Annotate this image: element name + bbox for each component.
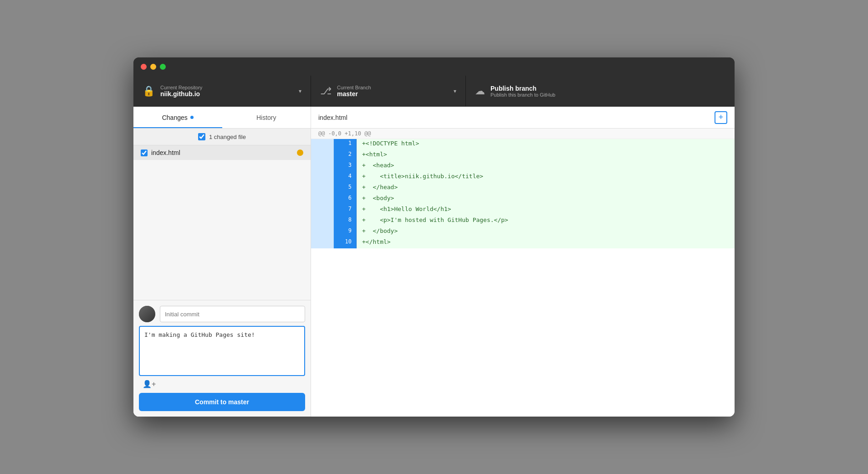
repo-chevron-icon: ▾ — [299, 88, 301, 94]
file-modified-badge — [297, 149, 303, 156]
current-branch-section[interactable]: ⎇ Current Branch master ▾ — [311, 76, 466, 106]
diff-line-num-new: 2 — [334, 150, 357, 161]
diff-line-num-new: 10 — [334, 237, 357, 248]
avatar — [139, 306, 155, 322]
diff-line-code: + <head> — [357, 161, 735, 172]
publish-text: Publish branch Publish this branch to Gi… — [490, 85, 725, 98]
main-content: Changes History 1 changed file index.htm… — [133, 107, 735, 417]
diff-line: 2+<html> — [311, 150, 735, 161]
app-window: 🔒 Current Repository niik.github.io ▾ ⎇ … — [133, 57, 735, 417]
diff-line-num-old — [311, 194, 334, 205]
tab-changes-label: Changes — [162, 114, 188, 121]
diff-line-num-old — [311, 172, 334, 183]
diff-line-num-old — [311, 237, 334, 248]
diff-line-code: +<!DOCTYPE html> — [357, 139, 735, 150]
diff-line-num-new: 8 — [334, 216, 357, 227]
diff-line-code: + </body> — [357, 227, 735, 237]
diff-line: 7+ <h1>Hello World</h1> — [311, 205, 735, 216]
diff-line-code: + <h1>Hello World</h1> — [357, 205, 735, 216]
diff-line-code: +</html> — [357, 237, 735, 248]
branch-text: Current Branch master — [337, 85, 448, 98]
diff-line-num-old — [311, 183, 334, 194]
diff-line-num-new: 5 — [334, 183, 357, 194]
diff-line-num-new: 3 — [334, 161, 357, 172]
diff-line: 3+ <head> — [311, 161, 735, 172]
repo-name: niik.github.io — [160, 90, 293, 98]
add-co-author-icon[interactable]: 👤+ — [143, 380, 156, 388]
publish-label: Publish branch — [490, 85, 725, 92]
publish-icon: ☁ — [475, 85, 485, 97]
diff-line-num-new: 6 — [334, 194, 357, 205]
repo-text: Current Repository niik.github.io — [160, 85, 293, 98]
diff-line-code: + <p>I'm hosted with GitHub Pages.</p> — [357, 216, 735, 227]
diff-line-num-old — [311, 161, 334, 172]
commit-button-branch: master — [228, 398, 249, 406]
diff-filename: index.html — [318, 114, 710, 121]
diff-lines-container: 1+<!DOCTYPE html>2+<html>3+ <head>4+ <ti… — [311, 139, 735, 248]
current-repository-section[interactable]: 🔒 Current Repository niik.github.io ▾ — [133, 76, 311, 106]
diff-line-code: +<html> — [357, 150, 735, 161]
diff-line: 1+<!DOCTYPE html> — [311, 139, 735, 150]
commit-title-input[interactable] — [160, 306, 305, 322]
repo-label: Current Repository — [160, 85, 293, 90]
tabs: Changes History — [133, 107, 311, 129]
list-item[interactable]: index.html — [133, 145, 311, 160]
diff-line-num-new: 1 — [334, 139, 357, 150]
diff-line-num-old — [311, 205, 334, 216]
diff-line: 9+ </body> — [311, 227, 735, 237]
toolbar: 🔒 Current Repository niik.github.io ▾ ⎇ … — [133, 76, 735, 107]
file-list: index.html — [133, 145, 311, 300]
diff-hunk-header: @@ -0,0 +1,10 @@ — [311, 129, 735, 139]
commit-button[interactable]: Commit to master — [139, 393, 305, 411]
branch-icon: ⎇ — [320, 85, 332, 97]
publish-branch-section[interactable]: ☁ Publish branch Publish this branch to … — [466, 76, 735, 106]
diff-line-num-new: 9 — [334, 227, 357, 237]
repo-lock-icon: 🔒 — [143, 85, 155, 97]
avatar-image — [139, 306, 155, 322]
commit-desc-footer: 👤+ — [139, 378, 305, 388]
diff-panel: index.html + @@ -0,0 +1,10 @@ 1+<!DOCTYP… — [311, 107, 735, 417]
tab-changes[interactable]: Changes — [133, 107, 222, 128]
minimize-button[interactable] — [150, 64, 156, 70]
select-all-checkbox[interactable] — [198, 133, 205, 140]
sidebar: Changes History 1 changed file index.htm… — [133, 107, 311, 417]
diff-line: 6+ <body> — [311, 194, 735, 205]
maximize-button[interactable] — [160, 64, 166, 70]
diff-line-num-old — [311, 216, 334, 227]
diff-add-button[interactable]: + — [715, 111, 727, 124]
diff-line-code: + <body> — [357, 194, 735, 205]
branch-label: Current Branch — [337, 85, 448, 90]
diff-content: @@ -0,0 +1,10 @@ 1+<!DOCTYPE html>2+<htm… — [311, 129, 735, 417]
diff-header: index.html + — [311, 107, 735, 129]
diff-line-num-new: 7 — [334, 205, 357, 216]
file-name: index.html — [151, 149, 293, 156]
diff-line-code: + </head> — [357, 183, 735, 194]
diff-line-num-new: 4 — [334, 172, 357, 183]
diff-line-num-old — [311, 139, 334, 150]
changes-dot — [190, 116, 194, 119]
diff-line-num-old — [311, 227, 334, 237]
file-checkbox[interactable] — [141, 149, 148, 156]
diff-line-num-old — [311, 150, 334, 161]
publish-sub: Publish this branch to GitHub — [490, 92, 725, 98]
branch-name: master — [337, 90, 448, 98]
commit-area: I'm making a GitHub Pages site! 👤+ Commi… — [133, 300, 311, 417]
commit-description-input[interactable]: I'm making a GitHub Pages site! — [139, 326, 305, 376]
tab-history[interactable]: History — [222, 107, 311, 128]
changed-files-count: 1 changed file — [209, 134, 246, 140]
diff-line: 10+</html> — [311, 237, 735, 248]
titlebar — [133, 57, 735, 76]
tab-history-label: History — [256, 114, 276, 121]
close-button[interactable] — [141, 64, 147, 70]
branch-chevron-icon: ▾ — [454, 88, 456, 94]
commit-row — [139, 306, 305, 322]
changed-files-header: 1 changed file — [133, 129, 311, 145]
diff-line-code: + <title>niik.github.io</title> — [357, 172, 735, 183]
diff-line: 4+ <title>niik.github.io</title> — [311, 172, 735, 183]
diff-line: 8+ <p>I'm hosted with GitHub Pages.</p> — [311, 216, 735, 227]
diff-line: 5+ </head> — [311, 183, 735, 194]
hunk-header-text: @@ -0,0 +1,10 @@ — [318, 130, 371, 137]
commit-button-prefix: Commit to — [195, 398, 228, 406]
